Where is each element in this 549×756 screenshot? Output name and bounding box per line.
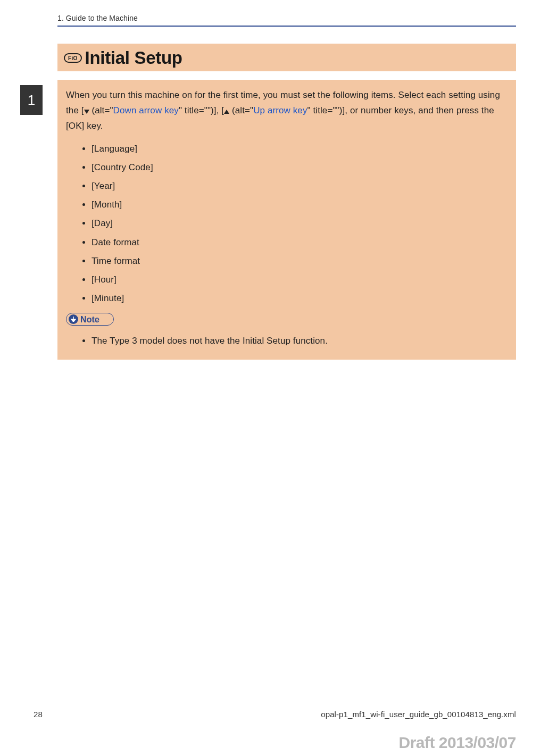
- text-segment: " title="")], [: [179, 105, 224, 115]
- list-item: Date format: [91, 233, 508, 252]
- list-item: [Month]: [91, 195, 508, 214]
- main-content: FiO Initial Setup When you turn this mac…: [57, 44, 516, 360]
- chapter-number: 1: [28, 92, 36, 109]
- list-item: [Hour]: [91, 270, 508, 289]
- breadcrumb: 1. Guide to the Machine: [57, 14, 516, 27]
- section-title-bar: FiO Initial Setup: [57, 44, 516, 71]
- list-item: The Type 3 model does not have the Initi…: [91, 331, 508, 350]
- list-item: [Minute]: [91, 289, 508, 308]
- text-segment: (alt=": [229, 105, 253, 115]
- section-title: Initial Setup: [85, 48, 182, 68]
- list-item: [Language]: [91, 139, 508, 158]
- footer-filename: opal-p1_mf1_wi-fi_user_guide_gb_00104813…: [321, 710, 516, 719]
- down-arrow-key-link[interactable]: Down arrow key: [113, 105, 179, 115]
- section-body: When you turn this machine on for the fi…: [57, 80, 516, 360]
- list-item: [Year]: [91, 177, 508, 195]
- up-arrow-key-link[interactable]: Up arrow key: [253, 105, 307, 115]
- chapter-side-tab: 1: [20, 85, 43, 115]
- intro-paragraph: When you turn this machine on for the fi…: [66, 87, 508, 134]
- fio-badge: FiO: [64, 53, 82, 63]
- up-arrow-icon: [224, 110, 229, 114]
- setup-items-list: [Language] [Country Code] [Year] [Month]…: [91, 139, 508, 308]
- text-segment: (alt=": [89, 105, 113, 115]
- note-list: The Type 3 model does not have the Initi…: [91, 331, 508, 350]
- down-arrow-icon: [84, 110, 89, 114]
- page-number: 28: [34, 710, 43, 719]
- list-item: [Country Code]: [91, 158, 508, 177]
- note-tag: Note: [66, 313, 114, 326]
- note-label: Note: [80, 312, 99, 327]
- note-down-arrow-icon: [69, 314, 78, 324]
- breadcrumb-text: 1. Guide to the Machine: [57, 14, 138, 22]
- draft-watermark: Draft 2013/03/07: [399, 734, 517, 752]
- list-item: [Day]: [91, 214, 508, 232]
- list-item: Time format: [91, 252, 508, 270]
- page-footer: 28 opal-p1_mf1_wi-fi_user_guide_gb_00104…: [34, 710, 516, 719]
